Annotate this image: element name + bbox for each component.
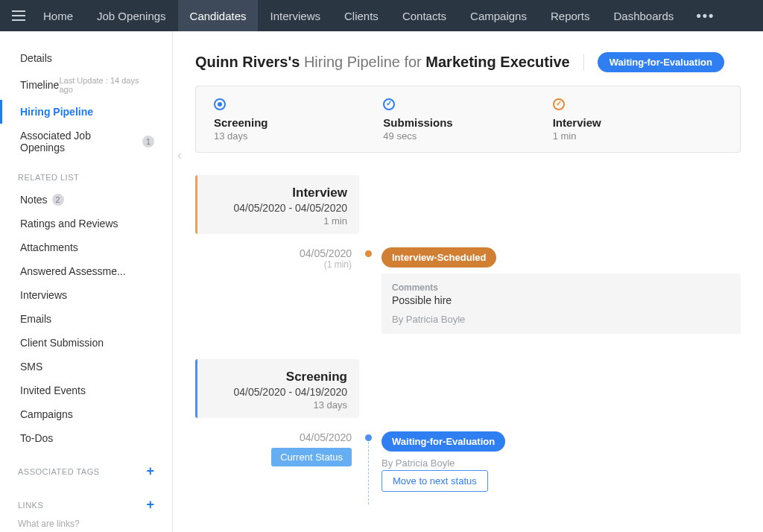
sidebar-item-label: Client Submission: [20, 337, 104, 349]
sidebar-heading-tags: ASSOCIATED TAGS +: [0, 450, 172, 484]
sidebar-item-details[interactable]: Details: [0, 46, 172, 70]
main-content: ‹ Quinn Rivers's Hiring Pipeline for Mar…: [173, 31, 763, 532]
count-badge: 2: [52, 194, 64, 206]
divider: [583, 54, 584, 71]
sidebar-item-label: SMS: [20, 361, 42, 373]
count-badge: 1: [142, 136, 154, 148]
sidebar-item-invited-events[interactable]: Invited Events: [0, 379, 172, 402]
hamburger-icon[interactable]: [6, 4, 31, 27]
heading-label: LINKS: [18, 501, 43, 510]
event-header: Interview 04/05/2020 - 04/05/2020 1 min: [195, 175, 359, 234]
sidebar-item-label: Campaigns: [20, 408, 73, 420]
nav-tab-clients[interactable]: Clients: [332, 0, 390, 31]
top-nav: Home Job Openings Candidates Interviews …: [0, 0, 763, 31]
sidebar-item-label: Associated Job Openings: [20, 130, 138, 153]
stage-name: Submissions: [383, 116, 552, 129]
sidebar-item-label: Interviews: [20, 289, 67, 301]
status-pill[interactable]: Waiting-for-Evaluation: [382, 431, 505, 452]
event-range: 04/05/2020 - 04/19/2020: [209, 386, 347, 398]
stage-done-icon: [383, 98, 395, 110]
sidebar-item-hiring-pipeline[interactable]: Hiring Pipeline: [0, 100, 172, 124]
sidebar-item-label: Details: [20, 52, 52, 64]
timeline-entry: 04/05/2020 (1 min) Interview-Scheduled C…: [173, 247, 741, 334]
event-duration: 13 days: [209, 399, 347, 411]
nav-tab-candidates[interactable]: Candidates: [178, 0, 259, 31]
stage-time: 1 min: [553, 130, 722, 142]
stage-interview[interactable]: Interview 1 min: [553, 98, 722, 142]
stage-name: Interview: [553, 116, 722, 129]
sidebar-item-interviews[interactable]: Interviews: [0, 283, 172, 307]
add-link-button[interactable]: +: [146, 497, 154, 513]
sidebar-item-todos[interactable]: To-Dos: [0, 426, 172, 450]
sidebar-item-label: Hiring Pipeline: [20, 106, 93, 118]
page-title: Quinn Rivers's Hiring Pipeline for Marke…: [195, 54, 570, 71]
stage-done-icon: [553, 98, 565, 110]
sidebar-item-emails[interactable]: Emails: [0, 307, 172, 331]
event-title: Interview: [209, 186, 347, 200]
comment-text: Possible hire: [392, 294, 730, 306]
sidebar-item-label: Timeline: [20, 79, 59, 91]
move-to-next-status-button[interactable]: Move to next status: [382, 470, 488, 492]
event-range: 04/05/2020 - 04/05/2020: [209, 202, 347, 214]
sidebar-item-sms[interactable]: SMS: [0, 355, 172, 379]
sidebar-item-label: Notes: [20, 194, 48, 206]
timeline-dot-icon: [365, 434, 372, 441]
timeline: Interview 04/05/2020 - 04/05/2020 1 min …: [173, 153, 763, 514]
timeline-dot-icon: [365, 250, 372, 257]
sidebar-item-label: To-Dos: [20, 432, 53, 444]
sidebar: Details Timeline Last Update : 14 days a…: [0, 31, 173, 532]
stage-time: 49 secs: [383, 130, 552, 142]
entry-date: 04/05/2020: [173, 431, 352, 443]
nav-more[interactable]: •••: [686, 0, 725, 31]
event-title: Screening: [209, 370, 347, 384]
add-tag-button[interactable]: +: [146, 463, 154, 479]
sidebar-item-label: Invited Events: [20, 384, 86, 396]
sidebar-item-ratings[interactable]: Ratings and Reviews: [0, 212, 172, 235]
sidebar-item-label: Attachments: [20, 241, 78, 253]
pipeline-stages: Screening 13 days Submissions 49 secs In…: [195, 86, 741, 153]
sidebar-item-client-submission[interactable]: Client Submission: [0, 331, 172, 355]
stage-submissions[interactable]: Submissions 49 secs: [383, 98, 552, 142]
stage-name: Screening: [214, 116, 383, 129]
sidebar-item-sub: Last Update : 14 days ago: [59, 76, 154, 94]
timeline-event-screening: Screening 04/05/2020 - 04/19/2020 13 day…: [173, 359, 741, 418]
nav-tab-job-openings[interactable]: Job Openings: [85, 0, 178, 31]
stage-active-icon: [214, 98, 226, 110]
timeline-event-interview: Interview 04/05/2020 - 04/05/2020 1 min: [173, 175, 741, 234]
page-header: Quinn Rivers's Hiring Pipeline for Marke…: [173, 31, 763, 86]
title-mid: Hiring Pipeline for: [300, 54, 425, 70]
sidebar-item-label: Emails: [20, 313, 51, 325]
sidebar-heading-related: RELATED LIST: [0, 159, 172, 188]
nav-tab-reports[interactable]: Reports: [539, 0, 602, 31]
current-status-chip: Current Status: [271, 448, 352, 466]
nav-tab-dashboards[interactable]: Dashboards: [601, 0, 686, 31]
sidebar-item-timeline[interactable]: Timeline Last Update : 14 days ago: [0, 70, 172, 100]
current-status-pill[interactable]: Waiting-for-Evaluation: [598, 52, 724, 72]
sidebar-item-label: Ratings and Reviews: [20, 218, 118, 229]
stage-time: 13 days: [214, 130, 383, 142]
dashed-connector: [368, 442, 369, 504]
comment-label: Comments: [392, 282, 730, 293]
nav-tab-campaigns[interactable]: Campaigns: [458, 0, 539, 31]
heading-label: ASSOCIATED TAGS: [18, 467, 100, 476]
by-line: By Patricia Boyle: [392, 314, 730, 325]
sidebar-item-attachments[interactable]: Attachments: [0, 235, 172, 259]
collapse-sidebar-button[interactable]: ‹: [177, 148, 182, 163]
nav-tab-contacts[interactable]: Contacts: [390, 0, 458, 31]
entry-date: 04/05/2020: [173, 247, 352, 259]
entry-duration: (1 min): [173, 259, 352, 270]
sidebar-item-label: Answered Assessme...: [20, 265, 126, 277]
stage-screening[interactable]: Screening 13 days: [214, 98, 383, 142]
nav-tab-interviews[interactable]: Interviews: [258, 0, 332, 31]
sidebar-item-notes[interactable]: Notes 2: [0, 188, 172, 212]
timeline-entry: 04/05/2020 Current Status Waiting-for-Ev…: [173, 431, 741, 469]
sidebar-item-assessments[interactable]: Answered Assessme...: [0, 259, 172, 283]
links-hint[interactable]: What are links?: [0, 517, 172, 531]
status-pill[interactable]: Interview-Scheduled: [382, 247, 496, 267]
job-name: Marketing Executive: [425, 54, 569, 70]
comment-box: Comments Possible hire By Patricia Boyle: [382, 273, 741, 334]
nav-tab-home[interactable]: Home: [31, 0, 85, 31]
sidebar-item-campaigns[interactable]: Campaigns: [0, 402, 172, 426]
candidate-name: Quinn Rivers's: [195, 54, 300, 70]
sidebar-item-associated-job-openings[interactable]: Associated Job Openings 1: [0, 124, 172, 159]
